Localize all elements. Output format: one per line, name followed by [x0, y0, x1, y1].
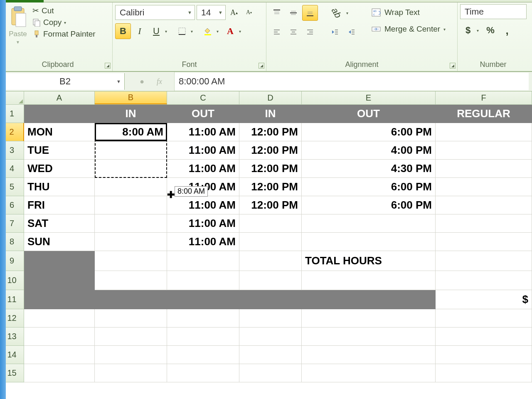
cell[interactable] — [24, 290, 95, 309]
cell[interactable] — [239, 309, 302, 328]
cell[interactable] — [436, 214, 532, 233]
cell[interactable] — [95, 196, 167, 214]
borders-button[interactable] — [174, 23, 190, 39]
cell[interactable] — [436, 271, 532, 290]
cell[interactable] — [436, 196, 532, 214]
cell[interactable] — [24, 309, 95, 328]
cell[interactable] — [436, 251, 532, 271]
cell[interactable]: 11:00 AM — [167, 160, 239, 178]
cell[interactable]: REGULAR — [436, 105, 532, 123]
font-name-combo[interactable]: Calibri ▼ — [115, 5, 195, 20]
cell[interactable]: THU — [24, 178, 95, 196]
cell[interactable] — [167, 364, 239, 382]
align-middle-button[interactable] — [286, 5, 301, 21]
cell[interactable]: 11:00 AM — [167, 178, 239, 196]
cut-button[interactable]: ✂ Cut — [32, 6, 96, 15]
cell[interactable]: TUE — [24, 141, 95, 160]
cell[interactable]: 6:00 PM — [302, 178, 436, 196]
cell[interactable]: MON — [24, 123, 95, 141]
copy-button[interactable]: Copy ▾ — [32, 18, 96, 27]
font-launcher[interactable]: ◢ — [259, 63, 264, 69]
align-top-button[interactable] — [269, 5, 285, 21]
align-bottom-button[interactable] — [302, 5, 318, 21]
cell[interactable] — [302, 290, 436, 309]
cell[interactable]: OUT — [167, 105, 239, 123]
cell[interactable]: FRI — [24, 196, 95, 214]
wrap-text-button[interactable]: abc Wrap Text — [369, 5, 448, 20]
cell[interactable]: TOTAL HOURS — [302, 251, 436, 271]
cell[interactable] — [436, 309, 532, 328]
format-painter-button[interactable]: Format Painter — [32, 30, 96, 39]
cell[interactable] — [95, 251, 167, 271]
cell[interactable]: 12:00 PM — [239, 141, 302, 160]
cell[interactable]: 4:30 PM — [302, 160, 436, 178]
italic-button[interactable]: I — [132, 23, 148, 39]
fill-color-button[interactable] — [200, 23, 216, 39]
col-header-A[interactable]: A — [24, 91, 95, 104]
cell[interactable] — [167, 290, 239, 309]
cell[interactable] — [239, 214, 302, 233]
underline-button[interactable]: U — [148, 23, 164, 39]
cell[interactable]: $ — [436, 290, 532, 309]
font-size-combo[interactable]: 14 ▼ — [197, 5, 226, 20]
align-left-button[interactable] — [269, 24, 285, 40]
cell[interactable] — [436, 233, 532, 251]
cell[interactable] — [95, 141, 167, 160]
shrink-font-button[interactable]: A▾ — [242, 6, 256, 19]
cell[interactable] — [95, 290, 167, 309]
cell[interactable] — [436, 123, 532, 141]
cell[interactable] — [24, 364, 95, 382]
cell[interactable] — [239, 364, 302, 382]
col-header-B[interactable]: B — [95, 91, 167, 104]
cell[interactable]: WED — [24, 160, 95, 178]
fx-icon[interactable]: fx — [153, 77, 169, 86]
cell[interactable] — [436, 328, 532, 346]
chevron-down-icon[interactable]: ▾ — [239, 29, 244, 34]
cell[interactable]: SUN — [24, 233, 95, 251]
cell[interactable] — [436, 160, 532, 178]
cell[interactable]: 12:00 PM — [239, 123, 302, 141]
cell[interactable] — [24, 328, 95, 346]
cell[interactable] — [95, 214, 167, 233]
cell[interactable] — [95, 364, 167, 382]
cell[interactable] — [24, 251, 95, 271]
cell[interactable] — [167, 328, 239, 346]
cell[interactable]: 4:00 PM — [302, 141, 436, 160]
name-box[interactable]: ▼ — [6, 73, 125, 90]
cell[interactable] — [239, 251, 302, 271]
cell[interactable] — [302, 328, 436, 346]
cell[interactable]: SAT — [24, 214, 95, 233]
orientation-button[interactable]: ab — [327, 5, 345, 21]
cell[interactable]: 12:00 PM — [239, 178, 302, 196]
cell[interactable] — [95, 178, 167, 196]
cell[interactable] — [436, 141, 532, 160]
chevron-down-icon[interactable]: ▾ — [346, 11, 351, 15]
clipboard-launcher[interactable]: ◢ — [105, 63, 111, 69]
cell[interactable] — [95, 233, 167, 251]
cell[interactable] — [239, 328, 302, 346]
cell[interactable]: 11:00 AM — [167, 141, 239, 160]
cell[interactable]: OUT — [302, 105, 436, 123]
cell[interactable]: 11:00 AM — [167, 233, 239, 251]
font-color-button[interactable]: A — [222, 23, 238, 39]
cell[interactable] — [95, 328, 167, 346]
cell[interactable] — [24, 105, 95, 123]
align-center-button[interactable] — [286, 24, 301, 40]
cell[interactable]: 12:00 PM — [239, 160, 302, 178]
percent-button[interactable]: % — [483, 22, 498, 38]
cell[interactable] — [167, 271, 239, 290]
chevron-down-icon[interactable]: ▼ — [116, 79, 121, 84]
cell[interactable] — [167, 251, 239, 271]
cell[interactable] — [239, 271, 302, 290]
cell[interactable] — [436, 178, 532, 196]
name-box-input[interactable] — [10, 76, 120, 87]
cell[interactable] — [302, 364, 436, 382]
number-format-combo[interactable]: Time — [460, 4, 527, 19]
col-header-C[interactable]: C — [167, 91, 239, 104]
cell[interactable] — [302, 271, 436, 290]
alignment-launcher[interactable]: ◢ — [450, 63, 456, 69]
cell[interactable]: 12:00 PM — [239, 196, 302, 214]
cell[interactable]: 11:00 AM — [167, 214, 239, 233]
spreadsheet-grid[interactable]: A B C D E F 1 IN OUT IN OUT REGULAR 2 MO… — [0, 91, 532, 382]
chevron-down-icon[interactable]: ▾ — [217, 29, 222, 34]
